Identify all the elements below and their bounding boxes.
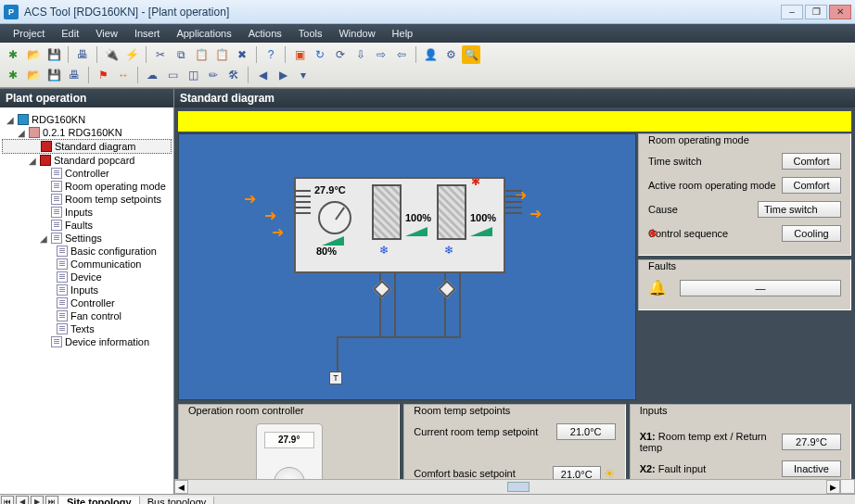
menu-bar: Project Edit View Insert Applications Ac… bbox=[0, 24, 855, 43]
nav-next-icon[interactable]: ▶ bbox=[31, 496, 44, 505]
valve-icon bbox=[438, 280, 456, 298]
tb-app1-icon[interactable]: ▣ bbox=[290, 45, 309, 64]
menu-view[interactable]: View bbox=[88, 26, 125, 41]
toolbar-row-1: ✱ 📂 💾 🖶 🔌 ⚡ ✂ ⧉ 📋 📋 ✖ ? ▣ ↻ ⟳ ⇩ ⇨ ⇦ 👤 ⚙ … bbox=[0, 44, 855, 65]
tree-set-texts[interactable]: Texts bbox=[2, 322, 172, 335]
tree-set-device[interactable]: Device bbox=[2, 271, 172, 284]
scroll-right-icon[interactable]: ▶ bbox=[826, 480, 840, 494]
window-title: ACS Tool [RDG160KN] - [Plant operation] bbox=[24, 6, 229, 19]
tb-delete-icon[interactable]: ✖ bbox=[233, 45, 251, 64]
tb-copy-icon[interactable]: ⧉ bbox=[172, 45, 190, 64]
setpoints-legend: Room temp setpoints bbox=[410, 405, 514, 416]
menu-tools[interactable]: Tools bbox=[291, 26, 330, 41]
snow-icon-2: ❄ bbox=[444, 244, 453, 257]
tb-import-icon[interactable]: ⇦ bbox=[392, 45, 411, 64]
coil-1-icon bbox=[372, 184, 402, 240]
menu-applications[interactable]: Applications bbox=[169, 26, 238, 41]
tab-site-topology[interactable]: Site topology bbox=[59, 497, 140, 505]
tb-search-icon[interactable]: 🔍 bbox=[462, 45, 480, 64]
tb-open-icon[interactable]: 📂 bbox=[24, 45, 43, 64]
menu-insert[interactable]: Insert bbox=[127, 26, 168, 41]
tree-set-controller[interactable]: Controller bbox=[2, 296, 172, 309]
tb2-prev-icon[interactable]: ◀ bbox=[253, 66, 272, 84]
tree[interactable]: ◢RDG160KN ◢0.2.1 RDG160KN Standard diagr… bbox=[0, 107, 173, 494]
tb-pastedup-icon[interactable]: 📋 bbox=[212, 45, 231, 64]
tb2-text-icon[interactable]: ✏ bbox=[204, 66, 223, 84]
close-button[interactable]: ✕ bbox=[829, 5, 851, 19]
faults-value[interactable]: — bbox=[680, 280, 841, 296]
cur-sp-value[interactable]: 21.0°C bbox=[556, 423, 616, 440]
tb-new-icon[interactable]: ✱ bbox=[4, 45, 22, 64]
scroll-thumb[interactable] bbox=[507, 482, 530, 492]
tb2-print-icon[interactable]: 🖶 bbox=[65, 66, 83, 84]
plant-diagram: 27.9°C 80% ❄ 100% ❄ 100% ➜ ➜ ➜ ➜ bbox=[178, 133, 636, 400]
tree-popcard[interactable]: ◢Standard popcard bbox=[2, 154, 172, 167]
tb2-disk-icon[interactable]: 💾 bbox=[45, 66, 63, 84]
maximize-button[interactable]: ❐ bbox=[805, 5, 827, 19]
toolbars: ✱ 📂 💾 🖶 🔌 ⚡ ✂ ⧉ 📋 📋 ✖ ? ▣ ↻ ⟳ ⇩ ⇨ ⇦ 👤 ⚙ … bbox=[0, 43, 855, 88]
tb-paste-icon[interactable]: 📋 bbox=[192, 45, 211, 64]
tb2-cloud-icon[interactable]: ☁ bbox=[143, 66, 161, 84]
active-mode-value[interactable]: Comfort bbox=[782, 177, 841, 194]
tb-disconnect-icon[interactable]: ⚡ bbox=[122, 45, 141, 64]
tb-download-icon[interactable]: ⇩ bbox=[351, 45, 370, 64]
tb-refresh-icon[interactable]: ↻ bbox=[311, 45, 329, 64]
tree-addr[interactable]: ◢0.2.1 RDG160KN bbox=[2, 126, 172, 139]
menu-help[interactable]: Help bbox=[385, 26, 421, 41]
tb-connect-icon[interactable]: 🔌 bbox=[102, 45, 121, 64]
seq-value[interactable]: Cooling bbox=[782, 225, 841, 242]
nav-first-icon[interactable]: ⏮ bbox=[1, 496, 14, 505]
tb-cycle-icon[interactable]: ⟳ bbox=[331, 45, 350, 64]
ramp-icon-2 bbox=[405, 227, 428, 236]
x2-value[interactable]: Inactive bbox=[782, 460, 841, 477]
tb-save-icon[interactable]: 💾 bbox=[45, 45, 63, 64]
menu-project[interactable]: Project bbox=[6, 26, 52, 41]
tree-set-fan[interactable]: Fan control bbox=[2, 309, 172, 322]
tb-cut-icon[interactable]: ✂ bbox=[151, 45, 170, 64]
valve-icon bbox=[373, 280, 391, 298]
tb-help-icon[interactable]: ? bbox=[262, 45, 280, 64]
tb2-box-icon[interactable]: ◫ bbox=[184, 66, 202, 84]
tb-upload-icon[interactable]: ⇨ bbox=[372, 45, 390, 64]
tree-item-inputs[interactable]: Inputs bbox=[2, 206, 172, 219]
scroll-left-icon[interactable]: ◀ bbox=[174, 480, 188, 494]
tb2-flag-icon[interactable]: ⚑ bbox=[94, 66, 112, 84]
tb2-tool-icon[interactable]: 🛠 bbox=[224, 66, 243, 84]
tb2-switch-icon[interactable]: ↔ bbox=[114, 66, 133, 84]
tree-set-basic[interactable]: Basic configuration bbox=[2, 245, 172, 258]
time-switch-value[interactable]: Comfort bbox=[782, 153, 841, 170]
tree-set-comm[interactable]: Communication bbox=[2, 258, 172, 271]
dial-gauge-icon bbox=[318, 201, 351, 234]
cause-value[interactable]: Time switch bbox=[758, 201, 841, 218]
tb2-frame-icon[interactable]: ▭ bbox=[163, 66, 182, 84]
horizontal-scrollbar[interactable]: ◀ ▶ bbox=[174, 479, 840, 494]
tb2-drop-icon[interactable]: ▾ bbox=[294, 66, 313, 84]
tree-item-room-mode[interactable]: Room operating mode bbox=[2, 180, 172, 193]
nav-last-icon[interactable]: ⏭ bbox=[45, 496, 58, 505]
nav-prev-icon[interactable]: ◀ bbox=[16, 496, 29, 505]
x1-value[interactable]: 27.9°C bbox=[782, 434, 841, 450]
tb2-open-icon[interactable]: 📂 bbox=[24, 66, 43, 84]
alert-bar bbox=[178, 111, 851, 132]
tree-standard-diagram[interactable]: Standard diagram bbox=[2, 139, 172, 154]
tree-item-controller[interactable]: Controller bbox=[2, 167, 172, 180]
tree-set-inputs[interactable]: Inputs bbox=[2, 284, 172, 296]
tree-settings[interactable]: ◢Settings bbox=[2, 232, 172, 245]
app-icon: P bbox=[4, 5, 19, 19]
minimize-button[interactable]: – bbox=[781, 5, 803, 19]
content-body: 27.9°C 80% ❄ 100% ❄ 100% ➜ ➜ ➜ ➜ bbox=[174, 107, 855, 494]
menu-window[interactable]: Window bbox=[331, 26, 382, 41]
menu-edit[interactable]: Edit bbox=[54, 26, 86, 41]
tree-devinfo[interactable]: Device information bbox=[2, 335, 172, 348]
tb-print-icon[interactable]: 🖶 bbox=[73, 45, 92, 64]
tab-bus-topology[interactable]: Bus topology bbox=[140, 497, 215, 505]
tb2-new-icon[interactable]: ✱ bbox=[4, 66, 22, 84]
tree-root[interactable]: ◢RDG160KN bbox=[2, 113, 172, 126]
menu-actions[interactable]: Actions bbox=[241, 26, 289, 41]
tb-settings-icon[interactable]: ⚙ bbox=[441, 45, 460, 64]
tree-item-setpoints[interactable]: Room temp setpoints bbox=[2, 193, 172, 206]
active-mode-label: Active room operating mode bbox=[648, 180, 776, 191]
tree-item-faults[interactable]: Faults bbox=[2, 219, 172, 232]
tb-user-icon[interactable]: 👤 bbox=[421, 45, 440, 64]
tb2-next-icon[interactable]: ▶ bbox=[274, 66, 292, 84]
